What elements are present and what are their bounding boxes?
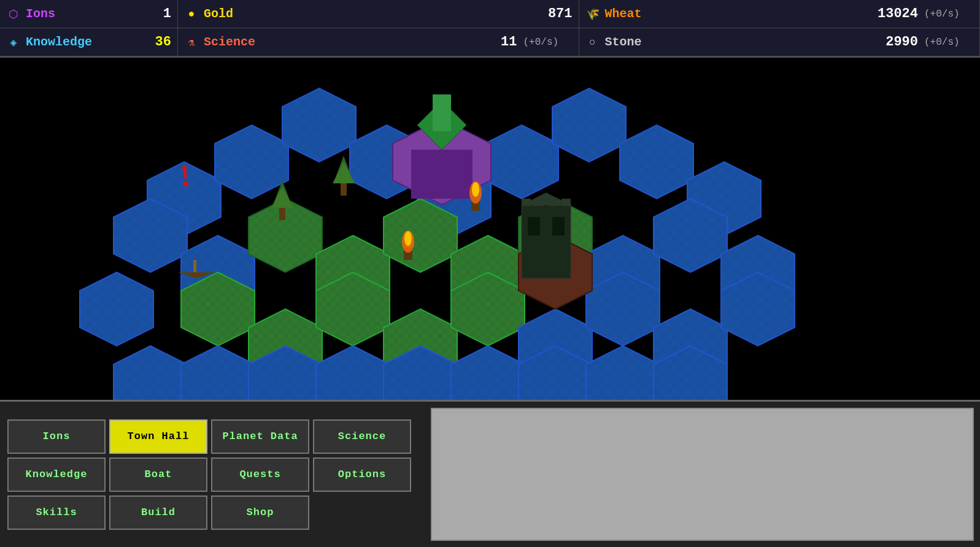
svg-marker-40 — [451, 346, 525, 400]
svg-marker-36 — [181, 346, 255, 400]
science-rate: (+0/s) — [523, 37, 573, 48]
btn-knowledge[interactable]: Knowledge — [7, 457, 106, 492]
svg-marker-35 — [114, 346, 187, 400]
svg-rect-66 — [534, 199, 543, 206]
wheat-cell: 🌾 Wheat 13024 (+0/s) — [579, 0, 981, 28]
btn-shop[interactable]: Shop — [211, 495, 309, 530]
btn-quests[interactable]: Quests — [211, 457, 309, 492]
btn-options[interactable]: Options — [313, 457, 411, 492]
exclamation-mark: ! — [179, 158, 191, 193]
knowledge-icon: ◈ — [6, 35, 21, 50]
stone-rate: (+0/s) — [924, 37, 973, 48]
knowledge-value: 36 — [134, 34, 171, 50]
btn-build[interactable]: Build — [109, 495, 207, 530]
gold-icon: ● — [184, 7, 199, 21]
side-panel — [431, 408, 974, 541]
btn-town-hall[interactable]: Town Hall — [109, 419, 207, 454]
svg-rect-67 — [549, 199, 558, 206]
fire-1 — [469, 182, 482, 211]
stone-icon: ○ — [585, 35, 600, 50]
bottom-panel: IonsTown HallPlanet DataScienceKnowledge… — [0, 400, 980, 547]
button-grid: IonsTown HallPlanet DataScienceKnowledge… — [0, 402, 419, 547]
svg-rect-48 — [433, 94, 451, 131]
stone-value: 2990 — [881, 34, 918, 50]
svg-marker-7 — [215, 125, 288, 199]
svg-rect-68 — [561, 199, 571, 206]
hud-row-1: ⬡ Ions 1 ● Gold 871 🌾 Wheat 13024 (+0/s) — [0, 0, 980, 28]
btn-boat[interactable]: Boat — [109, 457, 207, 492]
wheat-icon: 🌾 — [585, 7, 600, 21]
tower — [522, 193, 571, 278]
ions-value: 1 — [134, 6, 171, 21]
wheat-label: Wheat — [605, 7, 878, 21]
wheat-rate: (+0/s) — [924, 9, 973, 20]
hud-row-2: ◈ Knowledge 36 ⚗ Science 11 (+0/s) ○ Sto… — [0, 28, 980, 56]
svg-marker-11 — [485, 125, 558, 199]
gold-value: 871 — [536, 6, 573, 21]
svg-marker-38 — [316, 346, 390, 400]
svg-rect-65 — [522, 199, 531, 206]
gold-label: Gold — [204, 7, 536, 21]
gold-cell: ● Gold 871 — [178, 0, 579, 28]
svg-point-60 — [404, 231, 412, 246]
science-value: 11 — [480, 34, 517, 50]
stone-cell: ○ Stone 2990 (+0/s) — [579, 28, 981, 56]
svg-rect-64 — [552, 217, 565, 235]
svg-rect-70 — [193, 260, 196, 272]
svg-marker-51 — [271, 186, 293, 208]
svg-rect-46 — [411, 150, 473, 199]
svg-point-57 — [472, 182, 479, 197]
svg-marker-25 — [80, 272, 153, 346]
btn-planet-data[interactable]: Planet Data — [211, 419, 309, 454]
ions-cell: ⬡ Ions 1 — [0, 0, 178, 28]
science-icon: ⚗ — [184, 35, 199, 50]
svg-marker-13 — [620, 125, 693, 199]
svg-marker-42 — [586, 346, 660, 400]
stone-label: Stone — [605, 35, 882, 49]
knowledge-cell: ◈ Knowledge 36 — [0, 28, 178, 56]
science-cell: ⚗ Science 11 (+0/s) — [178, 28, 579, 56]
wheat-value: 13024 — [878, 6, 918, 21]
svg-rect-61 — [522, 205, 571, 278]
game-canvas: ! — [0, 58, 980, 400]
btn-ions[interactable]: Ions — [7, 419, 106, 454]
ions-label: Ions — [26, 7, 134, 21]
ions-icon: ⬡ — [6, 7, 21, 21]
hud-panel: ⬡ Ions 1 ● Gold 871 🌾 Wheat 13024 (+0/s)… — [0, 0, 980, 58]
hex-map-svg: ! — [0, 58, 980, 400]
svg-marker-8 — [282, 88, 356, 162]
btn-skills[interactable]: Skills — [7, 495, 106, 530]
svg-rect-63 — [528, 217, 540, 235]
svg-marker-12 — [552, 88, 626, 162]
science-label: Science — [204, 35, 480, 49]
fire-2 — [402, 231, 414, 260]
knowledge-label: Knowledge — [26, 35, 134, 49]
btn-science[interactable]: Science — [313, 419, 411, 454]
